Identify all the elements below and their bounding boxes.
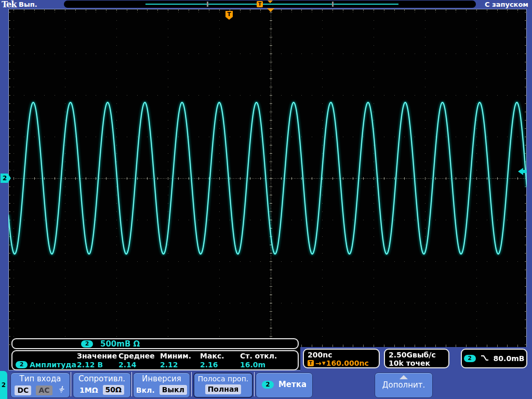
horizontal-readout-box: 200nc T→▼160.000nc	[303, 349, 380, 368]
delay-triangle-icon: ▼	[322, 359, 326, 367]
trigger-level-arrow-icon	[518, 167, 527, 177]
channel2-badge: 2	[81, 340, 93, 348]
time-per-div: 200nc	[308, 351, 375, 359]
measurement-name: Амплитуда	[30, 361, 76, 369]
col-min: Миним.	[160, 352, 191, 360]
more-button-text: Дополнит.	[375, 380, 432, 390]
label-button-text: Метка	[278, 380, 307, 389]
bandwidth-button[interactable]: Полоса проп. Полная	[193, 373, 253, 398]
impedance-label: Сопротивл.	[73, 374, 130, 383]
menu-channel-tab: 2	[0, 371, 7, 399]
menu-separator	[71, 372, 71, 396]
inversion-label: Инверсия	[134, 374, 190, 383]
bandwidth-label: Полоса проп.	[194, 375, 252, 383]
impedance-button[interactable]: Сопротивл. 1MΩ 50Ω	[73, 373, 131, 398]
top-status-bar: Tek Вып. T С запуском	[0, 0, 532, 9]
measurement-max: 2.16	[200, 361, 218, 369]
bottom-menu-bar: 2 Тип входа DC AC Сопротивл. 1MΩ 50Ω Инв…	[0, 370, 532, 399]
trigger-level-value: 80.0mB	[494, 354, 525, 363]
measurement-header-row: Значение Среднее Миним. Макс. Ст. откл.	[12, 352, 298, 361]
ground-icon[interactable]	[57, 385, 66, 396]
inversion-on-option[interactable]: Вкл.	[136, 386, 155, 394]
acquisition-readout-box: 2.50Gвыб/с 10k точек	[384, 349, 449, 368]
trigger-delay-readout: T→▼160.000nc	[308, 359, 375, 367]
channel2-scale-bar[interactable]: 2 500mB Ω	[11, 338, 299, 349]
trigger-status: С запуском	[485, 1, 528, 8]
trigger-source-badge: 2	[464, 355, 476, 362]
trigger-delay-value: 160.000nc	[326, 359, 369, 367]
input-type-button[interactable]: Тип входа DC AC	[10, 373, 70, 398]
trigger-readout-box: 2 80.0mB	[461, 349, 527, 368]
acquisition-status: Вып.	[19, 1, 37, 8]
delay-arrow-icon: →	[315, 359, 322, 367]
label-button[interactable]: 2 Метка	[256, 373, 313, 398]
measurement-min: 2.12	[160, 361, 178, 369]
col-stddev: Ст. откл.	[240, 352, 277, 360]
measurement-value-row: 2 Амплитуда 2.12 В 2.14 2.12 2.16 16.0m	[12, 361, 298, 369]
record-length: 10k точек	[389, 359, 445, 367]
falling-edge-icon	[481, 354, 489, 363]
menu-separator	[131, 372, 132, 396]
inversion-button[interactable]: Инверсия Вкл. Выкл	[133, 373, 190, 398]
channel2-scale-readout: 500mB Ω	[100, 339, 140, 349]
window-bracket-right	[332, 2, 334, 7]
record-waveform-line	[145, 4, 398, 5]
graticule-canvas	[8, 9, 527, 347]
left-bezel-strip	[0, 9, 8, 370]
right-bezel-strip	[527, 9, 532, 370]
measurement-value: 2.12 В	[77, 361, 103, 369]
measurement-stddev: 16.0m	[240, 361, 265, 369]
sample-rate: 2.50Gвыб/с	[389, 351, 445, 359]
trigger-delay-icon: T	[308, 360, 314, 366]
trigger-position-icon: T	[257, 1, 263, 7]
input-type-label: Тип входа	[11, 374, 70, 383]
measurement-table: Значение Среднее Миним. Макс. Ст. откл. …	[11, 350, 299, 370]
more-triangle-icon	[400, 375, 408, 379]
col-value: Значение	[77, 352, 117, 360]
more-button[interactable]: Дополнит.	[375, 373, 433, 398]
expansion-point-marker-icon	[267, 8, 274, 12]
impedance-1mohm-option[interactable]: 1MΩ	[79, 386, 98, 394]
col-mean: Среднее	[118, 352, 155, 360]
expansion-point-icon	[268, 1, 273, 3]
menu-separator	[191, 372, 192, 396]
label-channel-badge: 2	[262, 381, 274, 389]
coupling-ac-option[interactable]: AC	[36, 385, 52, 395]
window-bracket-left	[207, 2, 208, 7]
measurement-channel-badge: 2	[16, 361, 28, 368]
col-max: Макс.	[200, 352, 224, 360]
inversion-off-option[interactable]: Выкл	[159, 385, 187, 395]
bandwidth-full-option[interactable]: Полная	[205, 384, 242, 394]
record-view-bar: T	[64, 1, 476, 8]
coupling-dc-option[interactable]: DC	[15, 385, 31, 395]
menu-separator	[254, 372, 255, 396]
impedance-50ohm-option[interactable]: 50Ω	[103, 385, 124, 395]
oscilloscope-screen: Tek Вып. T С запуском T 2 2 500mB Ω Знач…	[0, 0, 532, 399]
measurement-mean: 2.14	[118, 361, 137, 369]
tek-logo: Tek	[2, 0, 16, 9]
